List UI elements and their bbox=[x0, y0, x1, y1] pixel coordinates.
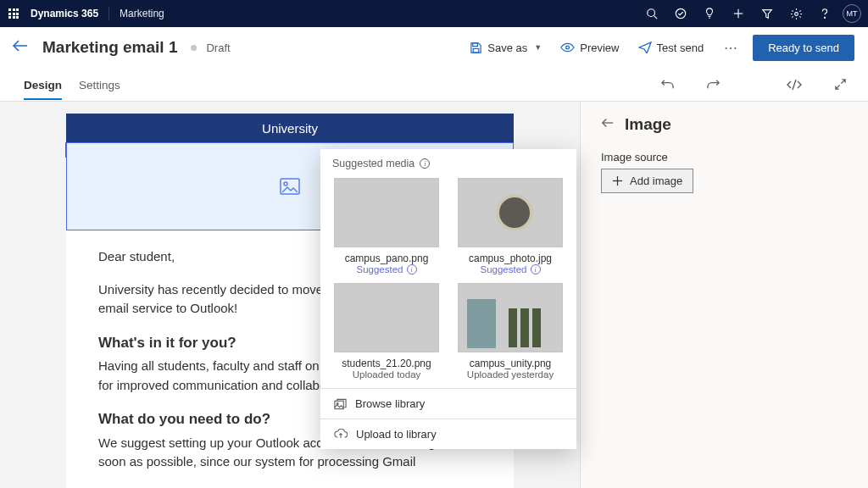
save-as-button[interactable]: Save as ▼ bbox=[465, 38, 547, 58]
status-label: Draft bbox=[206, 42, 230, 54]
svg-point-15 bbox=[284, 182, 287, 186]
tab-design[interactable]: Design bbox=[24, 70, 62, 99]
panel-back-button[interactable] bbox=[601, 117, 615, 132]
global-nav: Dynamics 365 Marketing MT bbox=[0, 0, 868, 27]
svg-point-8 bbox=[824, 17, 825, 18]
panel-title: Image bbox=[625, 115, 671, 134]
waffle-icon bbox=[8, 8, 19, 19]
svg-point-0 bbox=[648, 9, 655, 17]
library-icon bbox=[334, 398, 347, 410]
thumb-image[interactable] bbox=[334, 178, 439, 247]
upload-library-label: Upload to library bbox=[356, 428, 437, 441]
svg-rect-11 bbox=[474, 48, 480, 53]
svg-point-7 bbox=[794, 12, 798, 15]
plus-icon bbox=[612, 175, 623, 186]
upload-icon bbox=[334, 429, 348, 440]
eye-icon bbox=[560, 42, 575, 53]
fullscreen-button[interactable] bbox=[826, 70, 854, 99]
add-image-button[interactable]: Add image bbox=[601, 169, 693, 193]
nav-divider bbox=[108, 7, 109, 20]
thumb-meta: Uploaded today bbox=[353, 369, 421, 380]
save-icon bbox=[470, 42, 482, 54]
svg-rect-19 bbox=[335, 401, 343, 408]
code-view-button[interactable] bbox=[780, 70, 809, 99]
ready-to-send-button[interactable]: Ready to send bbox=[753, 35, 854, 61]
task-icon[interactable] bbox=[666, 0, 695, 27]
search-icon[interactable] bbox=[637, 0, 666, 27]
info-icon[interactable]: i bbox=[407, 264, 417, 274]
upload-library-button[interactable]: Upload to library bbox=[320, 419, 576, 449]
insights-icon[interactable] bbox=[695, 0, 724, 27]
media-thumb[interactable]: campus_photo.jpg Suggestedi bbox=[456, 178, 565, 274]
redo-button[interactable] bbox=[698, 70, 727, 99]
image-source-label: Image source bbox=[601, 151, 848, 164]
email-banner: University bbox=[66, 114, 514, 142]
svg-rect-10 bbox=[473, 42, 478, 46]
thumb-image[interactable] bbox=[334, 283, 439, 352]
thumb-image[interactable] bbox=[458, 178, 563, 247]
media-thumb[interactable]: students_21.20.png Uploaded today bbox=[332, 283, 441, 380]
popover-title: Suggested media bbox=[332, 158, 415, 169]
preview-label: Preview bbox=[580, 42, 619, 54]
browse-library-label: Browse library bbox=[355, 397, 425, 410]
test-send-label: Test send bbox=[657, 42, 704, 54]
thumb-filename: campus_unity.png bbox=[470, 358, 552, 369]
svg-point-20 bbox=[337, 402, 338, 404]
thumb-meta: Suggested bbox=[357, 264, 403, 274]
filter-icon[interactable] bbox=[753, 0, 782, 27]
more-actions-button[interactable]: ⋯ bbox=[717, 40, 744, 56]
info-icon[interactable]: i bbox=[420, 158, 430, 169]
add-icon[interactable] bbox=[724, 0, 753, 27]
page-title: Marketing email 1 bbox=[42, 38, 177, 57]
tabs-bar: Design Settings bbox=[0, 68, 868, 102]
add-image-label: Add image bbox=[630, 175, 682, 187]
save-as-label: Save as bbox=[487, 42, 527, 54]
test-send-button[interactable]: Test send bbox=[633, 38, 709, 58]
thumb-filename: campus_pano.png bbox=[345, 252, 429, 264]
user-avatar[interactable]: MT bbox=[843, 4, 861, 23]
settings-icon[interactable] bbox=[782, 0, 810, 27]
image-placeholder-icon bbox=[280, 178, 300, 195]
help-icon[interactable] bbox=[810, 0, 839, 27]
workspace: University Image Dear student, Universit… bbox=[0, 102, 868, 488]
svg-line-13 bbox=[793, 80, 796, 90]
area-label[interactable]: Marketing bbox=[113, 8, 164, 19]
back-button[interactable] bbox=[12, 39, 34, 56]
page-header: Marketing email 1 Draft Save as ▼ Previe… bbox=[0, 27, 868, 68]
app-launcher[interactable] bbox=[0, 0, 27, 27]
undo-button[interactable] bbox=[653, 70, 682, 99]
media-thumb[interactable]: campus_pano.png Suggestedi bbox=[332, 178, 441, 274]
svg-line-1 bbox=[654, 16, 658, 19]
tab-settings[interactable]: Settings bbox=[79, 70, 120, 99]
send-icon bbox=[638, 42, 652, 53]
chevron-down-icon: ▼ bbox=[534, 43, 542, 52]
media-thumb[interactable]: campus_unity.png Uploaded yesterday bbox=[456, 283, 565, 380]
brand-label[interactable]: Dynamics 365 bbox=[27, 8, 105, 19]
thumb-filename: students_21.20.png bbox=[342, 358, 431, 369]
thumb-image[interactable] bbox=[458, 283, 563, 352]
thumb-filename: campus_photo.jpg bbox=[469, 252, 552, 264]
status-dot-icon bbox=[191, 45, 197, 51]
svg-point-12 bbox=[566, 46, 570, 49]
preview-button[interactable]: Preview bbox=[555, 38, 624, 58]
thumb-meta: Uploaded yesterday bbox=[467, 369, 554, 380]
thumb-meta: Suggested bbox=[481, 264, 527, 274]
suggested-media-popover: Suggested media i campus_pano.png Sugges… bbox=[320, 149, 576, 449]
properties-panel: Image Image source Add image bbox=[580, 102, 868, 488]
info-icon[interactable]: i bbox=[531, 264, 541, 274]
browse-library-button[interactable]: Browse library bbox=[320, 388, 576, 419]
svg-point-2 bbox=[676, 8, 685, 18]
